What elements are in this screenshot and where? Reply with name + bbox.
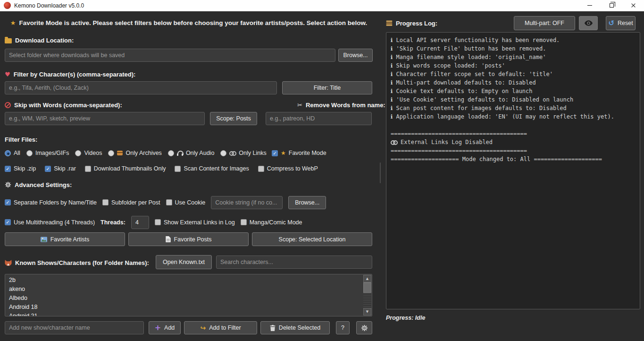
scroll-up-button[interactable]: [363, 275, 371, 282]
list-scrollbar[interactable]: [363, 275, 371, 315]
show-external-links-checkbox[interactable]: Show External Links in Log: [155, 219, 235, 226]
scrollbar-track[interactable]: [363, 282, 371, 308]
file-type-radio[interactable]: All: [5, 149, 20, 157]
button-label: Multi-part: OFF: [525, 20, 564, 26]
multipart-toggle-button[interactable]: Multi-part: OFF: [514, 16, 575, 30]
help-button[interactable]: ?: [336, 321, 350, 334]
search-characters-input[interactable]: [216, 256, 372, 269]
skip-scope-button[interactable]: Scope: Posts: [210, 112, 257, 125]
download-location-input[interactable]: [5, 49, 335, 62]
checkbox-indicator: [102, 199, 109, 205]
label-text: Filter by Character(s) (comma-separated)…: [14, 71, 136, 78]
advanced-settings-label: Advanced Settings:: [5, 181, 72, 188]
file-option-checkbox[interactable]: Skip .zip: [5, 165, 36, 172]
button-label: Delete Selected: [279, 324, 320, 331]
add-to-filter-arrow-icon: ↪: [200, 324, 206, 331]
character-filter-input[interactable]: [5, 81, 277, 94]
restore-icon: [610, 3, 614, 8]
file-type-radio[interactable]: Only Audio: [168, 149, 214, 157]
add-to-filter-button[interactable]: ↪ Add to Filter: [184, 321, 257, 334]
add-character-input[interactable]: [5, 321, 144, 334]
file-option-checkbox[interactable]: Skip .rar: [45, 165, 76, 172]
checkbox-label: Compress to WebP: [267, 165, 318, 172]
file-type-radio[interactable]: Images/GIFs: [26, 149, 69, 157]
log-line: Local API server functionality has been …: [391, 36, 636, 44]
subfolder-per-post-checkbox[interactable]: Subfolder per Post: [102, 199, 160, 206]
log-line-text: Scan post content for images defaults to…: [396, 104, 567, 112]
radio-label: Only Archives: [125, 150, 161, 156]
panel-splitter[interactable]: [377, 11, 383, 341]
button-label: Favorite Posts: [174, 236, 212, 243]
log-line-icon: [391, 95, 393, 104]
progress-log-label: Progress Log:: [386, 19, 437, 27]
checkbox-indicator: [5, 166, 11, 172]
separate-folders-checkbox[interactable]: Separate Folders by Name/Title: [5, 199, 97, 206]
browse-cookie-button[interactable]: Browse...: [288, 196, 326, 209]
eye-toggle-button[interactable]: [579, 16, 598, 30]
checkbox-indicator: [45, 166, 51, 172]
character-list-item[interactable]: Albedo: [5, 294, 363, 303]
remove-words-input[interactable]: [266, 112, 372, 125]
file-option-checkbox[interactable]: Scan Content for Images: [175, 165, 249, 172]
button-label: Browse...: [295, 199, 319, 206]
scissors-icon: ✂: [297, 102, 302, 108]
open-known-txt-button[interactable]: Open Known.txt: [156, 255, 212, 269]
folder-icon: [5, 38, 12, 43]
settings-button[interactable]: [356, 321, 372, 334]
log-line-text: Manga filename style loaded: 'original_n…: [396, 53, 546, 61]
file-option-checkbox[interactable]: Download Thumbnails Only: [85, 165, 166, 172]
use-multithreading-checkbox[interactable]: Use Multithreading (4 Threads): [5, 219, 95, 226]
favorite-posts-button[interactable]: Favorite Posts: [128, 232, 249, 246]
button-label: Favorite Artists: [50, 236, 90, 243]
favorite-mode-checkbox[interactable]: ★ Favorite Mode: [272, 149, 326, 157]
radio-indicator: [108, 150, 114, 156]
log-line: [391, 121, 636, 129]
log-line-text: 'Skip Current File' button has been remo…: [396, 44, 546, 53]
reset-button[interactable]: ↺ Reset: [606, 16, 636, 30]
progress-log-panel: Progress Log: Multi-part: OFF ↺ Reset Lo…: [383, 11, 644, 341]
file-type-icon: [177, 151, 183, 156]
file-option-checkbox[interactable]: Compress to WebP: [258, 165, 318, 172]
close-button[interactable]: [622, 0, 644, 11]
character-list-item[interactable]: akeno: [5, 285, 363, 294]
log-line-icon: [391, 44, 393, 53]
scroll-down-button[interactable]: [363, 308, 371, 315]
favorite-artists-button[interactable]: Favorite Artists: [5, 232, 125, 246]
file-type-radio[interactable]: Videos: [75, 149, 102, 157]
cookie-string-input[interactable]: [211, 196, 283, 209]
filter-files-label: Filter Files:: [5, 136, 37, 143]
threads-input[interactable]: [131, 216, 149, 229]
gear-icon: [5, 181, 11, 188]
minimize-button[interactable]: [579, 0, 601, 11]
character-filter-scope-button[interactable]: Filter: Title: [282, 81, 372, 94]
radio-indicator: [75, 150, 81, 156]
titlebar: Kemono Downloader v5.0.0: [0, 0, 644, 11]
use-cookie-checkbox[interactable]: Use Cookie: [166, 199, 206, 206]
maximize-button[interactable]: [601, 0, 622, 11]
manga-mode-checkbox[interactable]: Manga/Comic Mode: [241, 219, 302, 226]
file-type-icon: [117, 151, 123, 155]
log-line-icon: [391, 61, 393, 70]
progress-log-output[interactable]: Local API server functionality has been …: [386, 32, 640, 309]
browse-download-button[interactable]: Browse...: [338, 49, 373, 62]
trash-icon: [270, 325, 276, 331]
scrollbar-thumb[interactable]: [363, 282, 371, 293]
log-line-text: Cookie text defaults to: Empty on launch: [396, 87, 533, 95]
favorite-mode-banner: ★ Favorite Mode is active. Please select…: [0, 19, 377, 26]
file-type-radio[interactable]: Only Links: [220, 149, 266, 157]
character-list-item[interactable]: Android 21: [5, 312, 363, 316]
known-characters-list[interactable]: 2bakenoAlbedoAndroid 18Android 21: [5, 274, 372, 316]
character-list-item[interactable]: 2b: [5, 276, 363, 285]
log-line-icon: [391, 104, 393, 112]
file-type-radio[interactable]: Only Archives: [108, 149, 161, 157]
image-icon: [41, 237, 47, 242]
delete-selected-button[interactable]: Delete Selected: [260, 321, 330, 334]
skip-words-label: Skip with Words (comma-separated):: [5, 101, 122, 109]
skip-words-input[interactable]: [5, 112, 205, 125]
add-button[interactable]: + Add: [149, 321, 181, 334]
radio-label: Only Audio: [186, 150, 214, 156]
label-text: Progress Log:: [396, 20, 437, 27]
download-location-label: Download Location:: [5, 36, 74, 44]
scope-selected-location-button[interactable]: Scope: Selected Location: [252, 232, 372, 246]
character-list-item[interactable]: Android 18: [5, 303, 363, 312]
